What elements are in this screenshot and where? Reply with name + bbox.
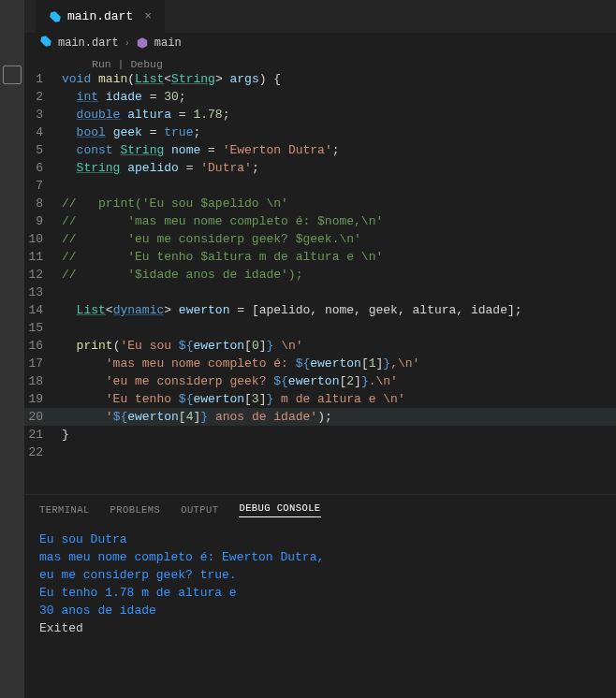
tab-bar: main.dart ×	[24, 0, 616, 33]
line-number: 12	[24, 266, 62, 284]
line-number: 21	[24, 426, 62, 444]
line-number: 2	[24, 88, 62, 106]
code-editor[interactable]: 1void main(List<String> args) { 2 int id…	[24, 70, 616, 494]
line-number: 13	[24, 284, 62, 301]
chevron-right-icon: ›	[125, 38, 130, 49]
output-line: Eu tenho 1.78 m de altura e	[39, 584, 601, 602]
dart-file-icon	[39, 35, 52, 51]
output-line: Eu sou Dutra	[39, 531, 601, 548]
breadcrumb-file: main.dart	[58, 36, 119, 50]
line-number: 6	[24, 159, 62, 177]
line-number: 18	[24, 372, 62, 390]
tab-problems[interactable]: PROBLEMS	[110, 504, 161, 516]
line-number: 22	[24, 444, 62, 461]
editor-tab[interactable]: main.dart ×	[36, 0, 165, 33]
line-number: 14	[24, 301, 62, 319]
line-number: 16	[24, 337, 62, 355]
line-number: 11	[24, 248, 62, 266]
line-number: 7	[24, 177, 62, 195]
line-number: 3	[24, 106, 62, 124]
line-number: 5	[24, 141, 62, 159]
editor-area: main.dart × main.dart › main Run | Debug…	[24, 0, 616, 698]
line-number: 4	[24, 124, 62, 141]
tab-output[interactable]: OUTPUT	[181, 504, 218, 516]
panel-tabs: TERMINAL PROBLEMS OUTPUT DEBUG CONSOLE	[24, 495, 616, 525]
bottom-panel: TERMINAL PROBLEMS OUTPUT DEBUG CONSOLE E…	[24, 494, 616, 698]
tab-debug-console[interactable]: DEBUG CONSOLE	[239, 502, 320, 517]
symbol-method-icon	[136, 36, 149, 50]
exit-status: Exited	[39, 619, 601, 637]
line-number: 15	[24, 319, 62, 337]
activity-bar	[0, 0, 24, 698]
line-number: 1	[24, 70, 62, 88]
breadcrumb[interactable]: main.dart › main	[24, 33, 616, 53]
activity-icon[interactable]	[3, 65, 22, 84]
dart-file-icon	[49, 10, 62, 23]
output-line: 30 anos de idade	[39, 602, 601, 619]
output-line: eu me considerp geek? true.	[39, 566, 601, 584]
codelens-label: Run | Debug	[92, 58, 163, 70]
close-icon[interactable]: ×	[144, 9, 152, 23]
breadcrumb-symbol: main	[154, 36, 182, 50]
line-number: 8	[24, 195, 62, 212]
debug-console-output[interactable]: Eu sou Dutra mas meu nome completo é: Ew…	[24, 525, 616, 643]
line-number: 20	[24, 408, 62, 426]
line-number: 19	[24, 390, 62, 408]
line-number: 10	[24, 230, 62, 248]
codelens[interactable]: Run | Debug	[24, 53, 616, 70]
line-number: 17	[24, 355, 62, 372]
tab-label: main.dart	[67, 9, 133, 23]
output-line: mas meu nome completo é: Ewerton Dutra,	[39, 548, 601, 566]
line-number: 9	[24, 212, 62, 230]
tab-terminal[interactable]: TERMINAL	[39, 504, 90, 516]
